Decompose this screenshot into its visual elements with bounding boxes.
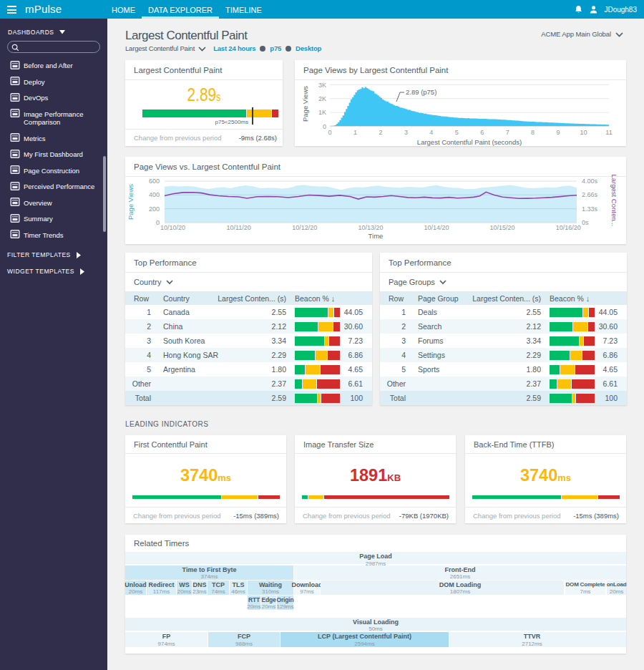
- svg-text:3: 3: [404, 129, 408, 136]
- svg-text:6: 6: [480, 129, 484, 136]
- svg-text:400: 400: [149, 191, 160, 198]
- svg-text:10/16/20: 10/16/20: [556, 224, 581, 231]
- svg-text:0: 0: [323, 123, 326, 130]
- svg-text:Largest Conten...: Largest Conten...: [610, 175, 618, 227]
- svg-text:2.66s: 2.66s: [582, 191, 598, 198]
- svg-text:Page Views: Page Views: [301, 86, 309, 122]
- svg-text:Time: Time: [369, 232, 384, 240]
- svg-text:4: 4: [429, 129, 433, 136]
- svg-text:1.33s: 1.33s: [582, 205, 598, 213]
- svg-text:5: 5: [455, 129, 459, 136]
- svg-text:4.00s: 4.00s: [582, 178, 598, 185]
- svg-text:10/12/20: 10/12/20: [292, 224, 317, 231]
- svg-text:10: 10: [580, 129, 587, 136]
- svg-text:2K: 2K: [318, 95, 326, 102]
- svg-text:Largest Contentful Paint (seco: Largest Contentful Paint (seconds): [417, 138, 522, 146]
- svg-text:9: 9: [557, 129, 560, 136]
- svg-text:Page Views: Page Views: [127, 184, 135, 220]
- svg-text:200: 200: [149, 205, 160, 213]
- svg-text:10/11/20: 10/11/20: [227, 224, 251, 231]
- svg-text:3K: 3K: [318, 82, 326, 89]
- svg-text:1: 1: [353, 129, 357, 136]
- svg-text:10/14/20: 10/14/20: [424, 224, 449, 231]
- svg-text:0s: 0s: [582, 219, 589, 226]
- svg-text:8: 8: [531, 129, 535, 136]
- svg-text:0: 0: [328, 129, 331, 136]
- svg-text:1K: 1K: [318, 109, 326, 116]
- svg-text:2.89 (p75): 2.89 (p75): [406, 88, 436, 96]
- svg-text:600: 600: [149, 178, 160, 185]
- svg-text:10/13/20: 10/13/20: [358, 224, 383, 231]
- svg-text:2: 2: [379, 129, 382, 136]
- svg-text:11: 11: [605, 129, 612, 136]
- svg-text:10/15/20: 10/15/20: [490, 224, 515, 231]
- svg-text:7: 7: [506, 129, 509, 136]
- svg-text:0: 0: [156, 219, 160, 226]
- svg-text:10/10/20: 10/10/20: [160, 224, 185, 231]
